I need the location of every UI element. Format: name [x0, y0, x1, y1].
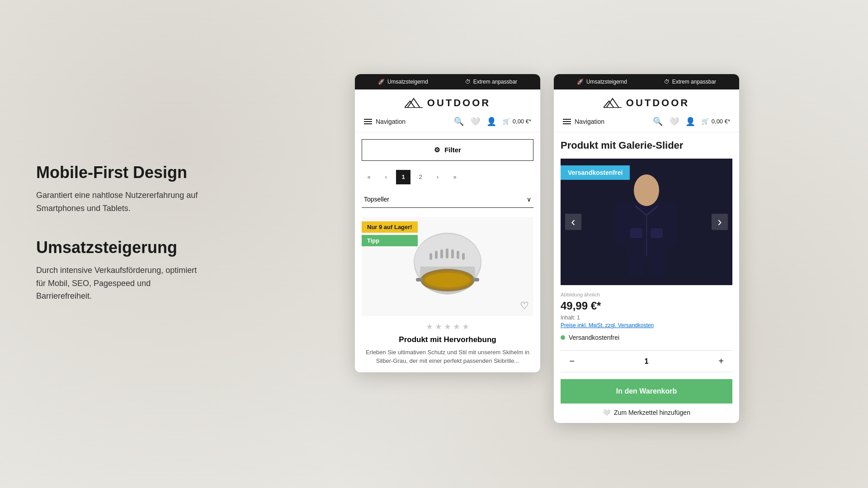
product-wishlist-btn[interactable]: ♡ [520, 300, 529, 312]
phone2-topbar-label1: Umsatzsteigernd [586, 79, 627, 85]
filter-bar[interactable]: ⚙ Filter [362, 139, 533, 161]
sort-dropdown[interactable]: Topseller ∨ [362, 191, 533, 208]
section1-title: Mobile-First Design [36, 163, 199, 182]
search-icon[interactable]: 🔍 [454, 117, 464, 127]
svg-rect-22 [649, 253, 665, 276]
svg-rect-9 [435, 251, 438, 259]
svg-point-17 [634, 174, 659, 206]
svg-rect-8 [429, 253, 432, 260]
add-to-cart-button[interactable]: In den Warenkorb [561, 379, 732, 404]
svg-rect-21 [628, 253, 644, 276]
phone2-topbar-item1: 🚀 Umsatzsteigernd [577, 79, 627, 85]
svg-point-5 [425, 273, 470, 287]
phone1-nav-icons: 🔍 🤍 👤 🛒 0,00 €* [454, 117, 531, 127]
free-ship-dot [561, 335, 565, 340]
rocket-icon-2: 🚀 [577, 79, 584, 85]
phone2-nav-icons: 🔍 🤍 👤 🛒 0,00 €* [653, 117, 730, 127]
wishlist-link-label: Zum Merkzettel hinzufügen [614, 409, 690, 416]
svg-rect-7 [472, 278, 479, 282]
hamburger-icon-2 [563, 119, 571, 124]
badge-stock: Nur 9 auf Lager! [362, 221, 418, 233]
wishlist-icon-2[interactable]: 🤍 [669, 117, 679, 127]
phone2-nav-label: Navigation [575, 118, 604, 125]
phone1-nav-bar: Navigation 🔍 🤍 👤 🛒 0,00 €* [364, 117, 531, 132]
phone1-nav-menu[interactable]: Navigation [364, 118, 406, 125]
svg-rect-13 [457, 251, 459, 259]
badge-tipp: Tipp [362, 235, 418, 246]
tax-link[interactable]: Preise inkl. MwSt. zzgl. Versandkosten [561, 322, 732, 328]
product-badges: Nur 9 auf Lager! Tipp [362, 221, 418, 246]
star-3: ★ [444, 322, 451, 332]
wishlist-icon[interactable]: 🤍 [470, 117, 480, 127]
pagination: « ‹ 1 2 › » [362, 170, 533, 184]
star-5: ★ [462, 322, 469, 332]
sort-label: Topseller [364, 196, 389, 203]
search-icon-2[interactable]: 🔍 [653, 117, 663, 127]
phone2-nav-bar: Navigation 🔍 🤍 👤 🛒 0,00 €* [563, 117, 730, 132]
svg-rect-10 [440, 249, 443, 258]
slider-next[interactable]: › [712, 214, 728, 230]
phone2-logo-text: OUTDOOR [626, 97, 689, 109]
free-ship-row: Versandkostenfrei [561, 334, 732, 341]
page-first[interactable]: « [362, 170, 376, 184]
clock-icon-2: ⏱ [664, 79, 670, 85]
account-icon-2[interactable]: 👤 [685, 117, 695, 127]
product-title: Produkt mit Hervorhebung [362, 335, 533, 344]
left-content: Mobile-First Design Garantiert eine naht… [0, 136, 226, 352]
cart-amount: 0,00 €* [513, 118, 531, 125]
slider-prev[interactable]: ‹ [565, 214, 581, 230]
section1-desc: Garantiert eine nahtlose Nutzererfahrung… [36, 189, 199, 215]
cart-icon: 🛒 [503, 118, 510, 125]
star-4: ★ [453, 322, 460, 332]
cart-button-2[interactable]: 🛒 0,00 €* [702, 118, 730, 125]
product2-inhalt: Inhalt: 1 [561, 314, 732, 321]
phone2-topbar-item2: ⏱ Extrem anpassbar [664, 79, 716, 85]
free-shipping-badge: Versandkostenfrei [561, 165, 630, 180]
account-icon[interactable]: 👤 [486, 117, 496, 127]
topbar-item2: ⏱ Extrem anpassbar [465, 79, 517, 85]
section-mobile-first: Mobile-First Design Garantiert eine naht… [36, 163, 199, 215]
product-desc: Erleben Sie ultimativen Schutz und Stil … [362, 348, 533, 366]
phone2-topbar-label2: Extrem anpassbar [672, 79, 716, 85]
qty-value: 1 [645, 357, 649, 366]
product-card-1: Nur 9 auf Lager! Tipp [362, 217, 533, 366]
topbar-item1: 🚀 Umsatzsteigernd [378, 79, 428, 85]
page-2[interactable]: 2 [413, 170, 428, 184]
qty-decrease[interactable]: − [565, 356, 579, 366]
phone1-nav-label: Navigation [376, 118, 406, 125]
quantity-row: − 1 + [561, 350, 732, 372]
svg-rect-12 [451, 249, 454, 258]
topbar-label1: Umsatzsteigernd [387, 79, 428, 85]
page-1[interactable]: 1 [396, 170, 410, 184]
phone2-nav-menu[interactable]: Navigation [563, 118, 604, 125]
cart-amount-2: 0,00 €* [712, 118, 730, 125]
hamburger-icon [364, 119, 372, 124]
wishlist-heart-icon: 🤍 [603, 409, 610, 416]
free-ship-label: Versandkostenfrei [569, 334, 619, 341]
wishlist-link[interactable]: 🤍 Zum Merkzettel hinzufügen [561, 409, 732, 416]
svg-rect-24 [651, 229, 662, 238]
page-next[interactable]: › [430, 170, 445, 184]
phone2-logo: OUTDOOR [604, 96, 689, 110]
phone2-mockup: 🚀 Umsatzsteigernd ⏱ Extrem anpassbar OUT… [554, 74, 739, 423]
phone2-header: OUTDOOR Navigation 🔍 🤍 👤 🛒 0,00 €* [554, 89, 739, 132]
svg-rect-20 [665, 202, 678, 247]
clock-icon: ⏱ [465, 79, 471, 85]
page-prev[interactable]: ‹ [379, 170, 393, 184]
star-1: ★ [426, 322, 433, 332]
rocket-icon: 🚀 [378, 79, 385, 85]
section2-title: Umsatzsteigerung [36, 238, 199, 257]
page-last[interactable]: » [448, 170, 462, 184]
chevron-down-icon: ∨ [527, 196, 531, 203]
phone2-topbar: 🚀 Umsatzsteigernd ⏱ Extrem anpassbar [554, 74, 739, 89]
star-2: ★ [435, 322, 442, 332]
product-stars: ★ ★ ★ ★ ★ [362, 322, 533, 332]
product2-title: Produkt mit Galerie-Slider [561, 139, 732, 152]
qty-increase[interactable]: + [714, 356, 728, 366]
section2-desc: Durch intensive Verkaufsförderung, optim… [36, 264, 199, 303]
phone1-logo-text: OUTDOOR [427, 97, 491, 109]
svg-rect-19 [615, 202, 628, 247]
phone2-body: Produkt mit Galerie-Slider Versandkosten… [554, 132, 739, 423]
jacket-image [606, 165, 687, 278]
cart-button[interactable]: 🛒 0,00 €* [503, 118, 531, 125]
